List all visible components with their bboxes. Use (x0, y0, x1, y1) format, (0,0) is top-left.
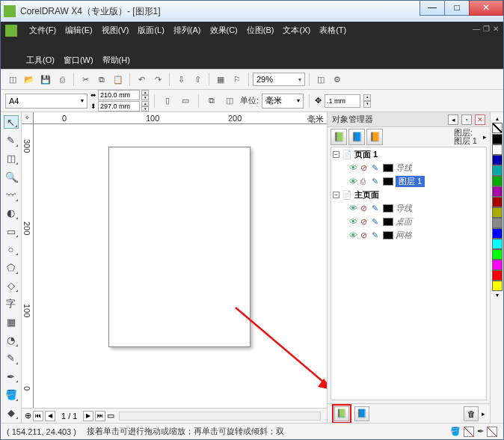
units-select[interactable]: 毫米▾ (262, 94, 304, 109)
eye-icon[interactable]: 👁 (349, 163, 358, 172)
tree-layer-desktop[interactable]: 👁 ⊘ ✎ 桌面 (331, 215, 486, 228)
color-swatch[interactable] (492, 270, 503, 281)
edit-icon[interactable]: ✎ (372, 217, 381, 227)
print-button[interactable]: ⎙ (55, 72, 70, 87)
cut-button[interactable]: ✂ (78, 72, 93, 87)
color-swatch[interactable] (492, 218, 503, 228)
color-swatch[interactable] (492, 260, 503, 270)
new-button[interactable]: ◫ (5, 72, 20, 87)
color-swatch[interactable] (492, 165, 503, 176)
menu-edit[interactable]: 编辑(E) (65, 25, 93, 37)
menu-view[interactable]: 视图(V) (102, 25, 129, 37)
text-tool[interactable]: 字 (4, 297, 19, 311)
drawing-canvas[interactable] (34, 124, 327, 408)
interactive-fill-tool[interactable]: ◆ (4, 406, 19, 420)
page-height-input[interactable]: 297.0 mm (98, 101, 140, 111)
palette-down-button[interactable]: ▾ (496, 292, 499, 299)
app-launcher-icon[interactable]: ▦ (213, 72, 228, 87)
minimize-button[interactable]: — (420, 1, 445, 16)
width-spinner[interactable]: ▴▾ (141, 90, 149, 100)
fill-indicator-icon[interactable]: 🪣 (450, 427, 461, 436)
color-swatch[interactable] (492, 144, 503, 155)
last-page-button[interactable]: ⏭ (95, 411, 105, 421)
eye-icon[interactable]: 👁 (349, 204, 358, 213)
pages-icon[interactable]: ⧉ (204, 94, 219, 109)
layer-tree[interactable]: − 📄 页面 1 👁 ⊘ ✎ 导线 👁 ⎙ ✎ 图层 1 (331, 147, 487, 400)
zoom-level-input[interactable]: 29%▾ (253, 73, 305, 86)
new-layer-button[interactable]: 📗 (334, 406, 349, 421)
page-width-input[interactable]: 210.0 mm (98, 90, 140, 100)
edit-icon[interactable]: ✎ (372, 204, 381, 213)
eye-icon[interactable]: 👁 (349, 177, 358, 186)
doc-close-button[interactable]: ✕ (493, 25, 499, 33)
page-add-icon[interactable]: ⊕ (25, 411, 31, 421)
color-swatch[interactable] (492, 239, 503, 249)
tree-layer-grid[interactable]: 👁 ⊘ ✎ 网格 (331, 228, 486, 242)
no-color-swatch[interactable] (492, 123, 503, 133)
eyedropper-tool[interactable]: ✎ (4, 352, 19, 365)
color-swatch[interactable] (492, 186, 503, 197)
interactive-tool[interactable]: ◔ (4, 334, 19, 347)
color-swatch[interactable] (492, 249, 503, 260)
menu-tools[interactable]: 工具(O) (26, 55, 55, 66)
basic-shapes-tool[interactable]: ◇ (4, 279, 19, 293)
fill-none-swatch[interactable] (464, 427, 474, 437)
horizontal-ruler[interactable]: 0 100 200 毫米 (34, 112, 327, 124)
delete-layer-button[interactable]: 🗑 (464, 406, 479, 421)
crop-tool[interactable]: ◫ (4, 152, 19, 165)
vertical-ruler[interactable]: 300 200 100 0 (22, 124, 34, 408)
save-button[interactable]: 💾 (38, 72, 53, 87)
menu-text[interactable]: 文本(X) (283, 25, 310, 37)
edit-across-layers-button[interactable]: 📘 (348, 129, 365, 145)
facing-pages-icon[interactable]: ◫ (222, 94, 237, 109)
menu-help[interactable]: 帮助(H) (102, 55, 130, 66)
palette-up-button[interactable]: ▴ (496, 115, 499, 122)
fill-tool[interactable]: 🪣 (4, 388, 19, 401)
pick-tool[interactable]: ↖ (4, 115, 19, 129)
redo-button[interactable]: ↷ (150, 72, 165, 87)
paste-button[interactable]: 📋 (111, 72, 126, 87)
next-page-button[interactable]: ▶ (83, 411, 93, 421)
collapse-icon[interactable]: − (333, 151, 339, 158)
layer-manager-view-button[interactable]: 📙 (366, 129, 383, 145)
outline-none-swatch[interactable] (487, 427, 497, 437)
color-swatch[interactable] (383, 177, 393, 186)
print-icon[interactable]: ⊘ (360, 163, 369, 173)
welcome-icon[interactable]: ⚐ (230, 72, 245, 87)
ellipse-tool[interactable]: ○ (4, 242, 19, 256)
close-button[interactable]: ✕ (469, 1, 503, 16)
print-icon[interactable]: ⊘ (360, 204, 369, 213)
menu-effects[interactable]: 效果(C) (210, 25, 238, 37)
export-button[interactable]: ⇧ (190, 72, 205, 87)
paper-size-select[interactable]: A4▾ (5, 94, 87, 109)
docker-scroll-icon[interactable]: ▸ (482, 410, 485, 418)
tree-page-node[interactable]: − 📄 页面 1 (331, 147, 486, 161)
maximize-button[interactable]: □ (444, 1, 470, 16)
print-icon[interactable]: ⊘ (360, 217, 369, 227)
print-icon[interactable]: ⎙ (360, 177, 369, 186)
tree-layer-master-guides[interactable]: 👁 ⊘ ✎ 导线 (331, 201, 486, 215)
nudge-spinner[interactable]: ▴▾ (363, 94, 371, 108)
prev-page-button[interactable]: ◀ (45, 411, 55, 421)
landscape-button[interactable]: ▭ (178, 94, 193, 109)
snap-button[interactable]: ◫ (313, 72, 328, 87)
open-button[interactable]: 📂 (22, 72, 37, 87)
color-swatch[interactable] (492, 155, 503, 165)
height-spinner[interactable]: ▴▾ (141, 101, 149, 111)
color-swatch[interactable] (383, 164, 393, 172)
import-button[interactable]: ⇩ (173, 72, 188, 87)
menu-file[interactable]: 文件(F) (29, 25, 56, 37)
color-swatch[interactable] (492, 197, 503, 207)
menu-layout[interactable]: 版面(L) (138, 25, 164, 37)
color-swatch[interactable] (492, 134, 503, 144)
copy-button[interactable]: ⧉ (94, 72, 109, 87)
color-swatch[interactable] (383, 204, 393, 213)
color-swatch[interactable] (492, 176, 503, 186)
edit-icon[interactable]: ✎ (372, 163, 381, 173)
eye-icon[interactable]: 👁 (349, 217, 358, 226)
smart-fill-tool[interactable]: ◐ (4, 207, 19, 220)
doc-minimize-button[interactable]: — (473, 25, 480, 33)
table-tool[interactable]: ▦ (4, 315, 19, 329)
menu-window[interactable]: 窗口(W) (64, 55, 93, 66)
polygon-tool[interactable]: ⬠ (4, 260, 19, 274)
